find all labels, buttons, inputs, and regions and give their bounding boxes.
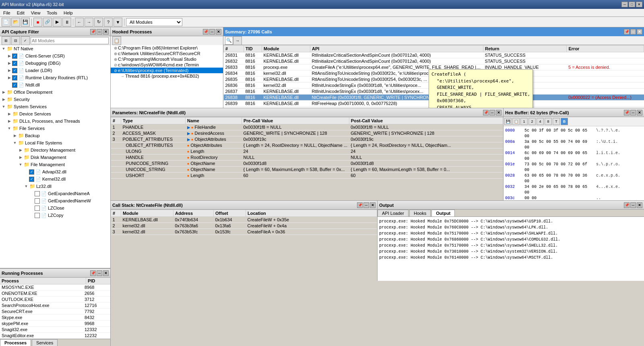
check-dbg[interactable] — [12, 61, 17, 66]
tree-collapse-all[interactable]: ⊟ — [11, 36, 20, 45]
summary-search-icon[interactable]: 🔍 — [225, 37, 233, 45]
toolbar-pause[interactable]: ⏸ — [62, 18, 71, 27]
params-close[interactable]: ✕ — [496, 110, 502, 115]
toggle-dlls[interactable]: ▶ — [6, 118, 12, 124]
minimize-button[interactable]: ─ — [621, 2, 628, 7]
hex-2byte[interactable]: 2 — [528, 118, 536, 125]
tree-item-loader[interactable]: ▶ 📄 Loader (LDR) — [0, 67, 110, 74]
tree-item-dlls[interactable]: ▶ 📁 DLLs, Processes, and Threads — [0, 117, 110, 125]
process-row[interactable]: SearchProtocolHost.exe 12716 — [0, 303, 110, 309]
params-row[interactable]: 2 ACCESS_MASK ▶● DesiredAccess GENERIC_W… — [111, 130, 503, 136]
tree-item-lzcopy[interactable]: 📄 LZCopy — [0, 212, 110, 219]
check-kernelbase[interactable] — [29, 177, 34, 182]
toggle-devsvc[interactable]: ▶ — [6, 111, 12, 117]
hooked-pin[interactable]: 📌 — [203, 29, 208, 35]
tree-item-office-dev[interactable]: ▶ 📁 Office Development — [0, 89, 110, 96]
params-row[interactable]: USHORT ● Length 60 60 — [111, 173, 503, 179]
tree-item-getexpname2[interactable]: 📄 GetExpandedNameW — [0, 197, 110, 204]
maximize-button[interactable]: □ — [629, 2, 635, 7]
capture-filter-pin[interactable]: 📌 — [90, 29, 96, 35]
toggle-backup[interactable]: ▶ — [12, 133, 18, 138]
tree-item-advapi32[interactable]: 📄 Advapi32.dll — [0, 168, 110, 175]
menu-help[interactable]: Help — [60, 10, 76, 16]
toggle-filesvc[interactable]: ▼ — [6, 126, 12, 131]
hooked-minimize[interactable]: ─ — [209, 29, 215, 35]
params-row[interactable]: ULONG ● Length 24 24 — [111, 148, 503, 154]
check-getexpname2[interactable] — [35, 198, 40, 204]
callstack-close[interactable]: ✕ — [370, 202, 376, 208]
toolbar-help[interactable]: ? — [104, 18, 113, 27]
check-advapi32[interactable] — [29, 169, 34, 175]
toggle-localfs[interactable]: ▼ — [12, 140, 18, 146]
callstack-row[interactable]: 1 KERNELBASE.dll 0x74f3b634 0x1b634 Crea… — [111, 217, 377, 223]
summary-row[interactable]: 26831 8816 KERNELBASE.dll RtlInitializeC… — [224, 52, 644, 58]
summary-pin[interactable]: 📌 — [624, 29, 630, 35]
tab-processes[interactable]: Processes — [0, 339, 31, 346]
process-row[interactable]: SecureCRT.exe 7792 — [0, 309, 110, 315]
toggle-office[interactable]: ▶ — [1, 89, 6, 95]
tree-item-security[interactable]: ▶ 📁 Security — [0, 96, 110, 103]
callstack-pin[interactable]: 📌 — [357, 202, 363, 208]
expand-icon[interactable]: ▶ — [187, 137, 190, 142]
toolbar-fwd[interactable]: → — [85, 18, 93, 27]
close-button[interactable]: ✕ — [636, 2, 642, 7]
tree-item-runtime[interactable]: ▶ 📄 Runtime Library Routines (RTL) — [0, 74, 110, 81]
modules-combo[interactable]: All Modules — [126, 18, 182, 26]
tree-item-disk-mgmt[interactable]: ▶ 📁 Disk Management — [0, 154, 110, 161]
params-row[interactable]: OBJECT_ATTRIBUTES ● ObjectAttributes { L… — [111, 142, 503, 148]
hooked-item[interactable]: ⊘ e:\Utilities\procexp.exe (Terminated) — [111, 68, 223, 73]
process-row[interactable]: skypePM.exe 9968 — [0, 321, 110, 327]
check-ldr[interactable] — [12, 68, 17, 73]
callstack-minimize[interactable]: ─ — [363, 202, 369, 208]
params-row[interactable]: 3 POBJECT_ATTRIBUTES ▶● ObjectAttributes… — [111, 136, 503, 142]
tree-item-ntdll[interactable]: 📄 Ntdll.dll — [0, 81, 110, 89]
hex-copy[interactable]: 📋 — [512, 118, 520, 125]
check-lzclose[interactable] — [35, 206, 40, 211]
tree-item-getexpname1[interactable]: 📄 GetExpandedNameA — [0, 190, 110, 197]
tree-search-input[interactable] — [31, 37, 109, 44]
toggle-dbg[interactable]: ▶ — [6, 60, 12, 66]
toolbar-extra[interactable]: ▼ — [114, 18, 122, 27]
hex-text[interactable]: T — [553, 118, 560, 125]
hex-1byte[interactable]: 1 — [520, 118, 528, 125]
hooked-item[interactable]: ⊕ C:\Programming\Microsoft Visual Studio — [111, 56, 223, 62]
tab-hooks[interactable]: Hooks — [409, 210, 431, 216]
toolbar-save[interactable]: 💾 — [21, 18, 30, 27]
tree-item-kernelbase[interactable]: 📄 Kernel32.dll — [0, 175, 110, 183]
hooked-item[interactable]: → Thread 8816 (procexp.exe+0x4EB02) — [111, 73, 223, 79]
hooked-item[interactable]: ⊕ c:\Network Utilities\SecureCRT\SecureC… — [111, 51, 223, 56]
menu-edit[interactable]: Edit — [14, 10, 28, 16]
tree-item-lzclose[interactable]: 📄 LZClose — [0, 204, 110, 212]
tree-item-system-services[interactable]: ▼ 📁 System Services — [0, 103, 110, 110]
toggle-ldr[interactable]: ▶ — [6, 68, 12, 73]
expand-icon[interactable]: ▶ — [187, 125, 190, 130]
capture-filter-minimize[interactable]: ─ — [97, 29, 102, 35]
tree-item-client-server[interactable]: ▶ 📄 Client-Server (CSR) — [0, 52, 110, 60]
hex-save[interactable]: 💾 — [504, 118, 512, 125]
running-proc-minimize[interactable]: ─ — [97, 270, 102, 276]
params-pin[interactable]: 📌 — [483, 110, 489, 115]
summary-nav[interactable]: → — [233, 36, 242, 45]
toolbar-play[interactable]: ▶ — [53, 18, 62, 27]
tree-item-dir-mgmt[interactable]: ▶ 📁 Directory Management — [0, 146, 110, 154]
tree-item-device-svc[interactable]: ▶ 📁 Device Services — [0, 110, 110, 117]
tree-item-backup[interactable]: ▶ 📁 Backup — [0, 132, 110, 139]
toolbar-hook[interactable]: 🔗 — [43, 18, 52, 27]
running-proc-pin[interactable]: 📌 — [90, 270, 96, 276]
toggle-diskmgmt[interactable]: ▶ — [18, 154, 23, 160]
toggle-rtl[interactable]: ▶ — [6, 75, 12, 80]
check-getexpname1[interactable] — [35, 191, 40, 196]
toggle-syssvc[interactable]: ▼ — [1, 104, 6, 109]
capture-filter-close[interactable]: ✕ — [103, 29, 109, 35]
summary-row[interactable]: 26832 8816 KERNELBASE.dll RtlInitializeC… — [224, 58, 644, 64]
params-row[interactable]: PUNICODE_STRING ● ObjectName 0x0030f1d8 … — [111, 161, 503, 167]
menu-tools[interactable]: Tools — [43, 10, 60, 16]
hex-8byte[interactable]: 8 — [545, 118, 552, 125]
summary-minimize[interactable]: ─ — [630, 29, 636, 35]
process-row[interactable]: Skype.exe 8432 — [0, 315, 110, 321]
hex-minimize[interactable]: ─ — [630, 110, 636, 115]
expand-icon[interactable]: ▶ — [187, 131, 190, 136]
tree-check-all[interactable]: ✓ — [21, 36, 30, 45]
hooked-close[interactable]: ✕ — [216, 29, 221, 35]
hex-close[interactable]: ✕ — [637, 110, 642, 115]
